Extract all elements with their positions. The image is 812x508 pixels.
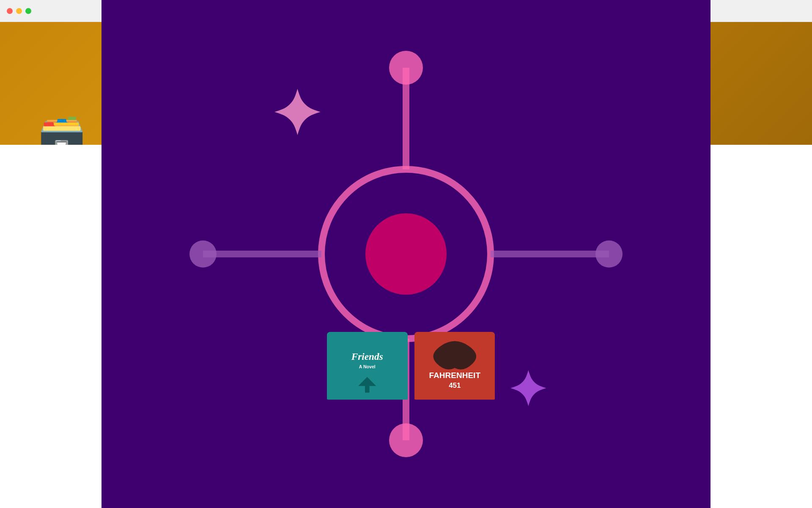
svg-text:Friends: Friends (351, 351, 383, 362)
book-cover-2: ✦ ✦ (240, 332, 321, 400)
book-card-2[interactable]: ✦ ✦ 📖 Fundamental Sciences (240, 332, 321, 410)
main-content: Book Tracker, Reading List Goals & Progr… (110, 145, 702, 427)
book-cover-3: Friends A Novel (327, 332, 408, 400)
books-sidebar-layout: Books ▦ All 📖 Reading 📄 To Read ☑ Read (152, 291, 660, 427)
svg-text:A Novel: A Novel (359, 364, 376, 369)
book-cover-4: FAHRENHEIT 451 (414, 332, 495, 400)
svg-rect-18 (240, 332, 321, 410)
book-card-3[interactable]: Friends A Novel 📄 Our Country Friends: A (327, 332, 408, 410)
books-section: Books ▦ All 📖 Reading 📄 To Read ☑ Read (152, 291, 495, 410)
svg-text:FAHRENHEIT: FAHRENHEIT (429, 371, 480, 380)
svg-text:451: 451 (449, 381, 461, 389)
books-grid: 📄 40 Rules of Love (152, 332, 495, 410)
svg-rect-35 (365, 386, 370, 393)
book-card-4[interactable]: FAHRENHEIT 451 📄 Fahrenheit 451 (414, 332, 495, 410)
